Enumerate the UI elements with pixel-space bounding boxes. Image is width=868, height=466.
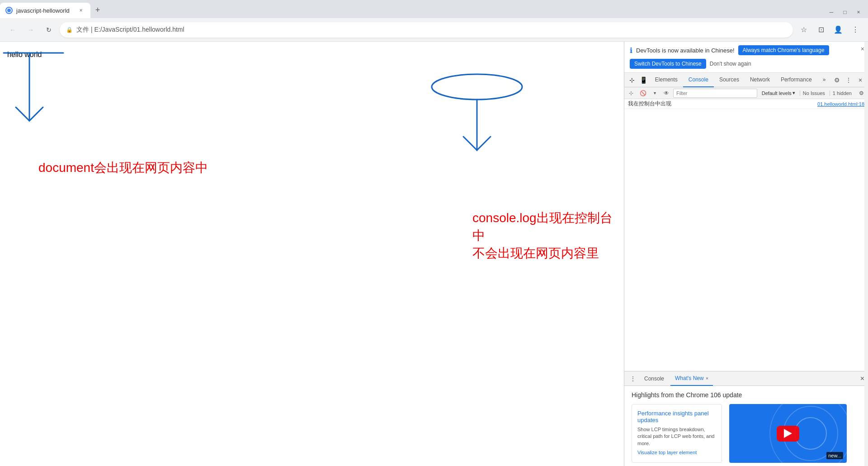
console-log-source[interactable]: 01.helloworld.html:18 (817, 101, 864, 107)
whats-new-tab-close[interactable]: × (706, 376, 708, 381)
bookmark-button[interactable]: ☆ (797, 23, 811, 37)
bottom-content-title: Highlights from the Chrome 106 update (632, 391, 861, 399)
svg-point-10 (795, 418, 826, 449)
bottom-panel: ⋮ Console What's New × × Highlights from… (624, 371, 868, 466)
maximize-button[interactable]: □ (839, 6, 851, 18)
console-clear-btn[interactable]: 🚫 (638, 88, 648, 98)
chrome-menu-button[interactable]: ⋮ (848, 23, 863, 37)
right-scrollbar[interactable] (864, 42, 868, 466)
bottom-card-performance-desc: Show LCP timings breakdown, critical pat… (637, 426, 716, 447)
url-text: 文件 | E:/JavaScript/01.helloworld.html (76, 26, 184, 34)
svg-line-7 (477, 137, 491, 150)
svg-line-6 (463, 137, 477, 150)
svg-line-2 (16, 107, 29, 121)
banner-dont-show-link[interactable]: Don't show again (710, 61, 751, 67)
minimize-button[interactable]: ─ (826, 6, 837, 18)
browser-frame: javascript-helloworld × + ─ □ × ← → ↻ 🔒 … (0, 0, 868, 466)
filter-input[interactable] (673, 89, 757, 98)
window-close-button[interactable]: × (853, 6, 864, 18)
tab-close-button[interactable]: × (77, 6, 85, 14)
console-log-line: 我在控制台中出现 01.helloworld.html:18 (624, 99, 868, 109)
bottom-card-area: Performance insights panel updates Show … (632, 404, 861, 463)
banner-text: DevTools is now available in Chinese! (636, 47, 735, 54)
forward-button[interactable]: → (24, 23, 38, 37)
console-toolbar: ⊹ 🚫 ▾ 👁 Default levels ▾ No Issues 1 hid… (624, 87, 868, 99)
tab-bar: javascript-helloworld × + ─ □ × (0, 0, 868, 18)
tab-favicon (5, 7, 13, 14)
active-tab[interactable]: javascript-helloworld × (0, 3, 90, 18)
console-annotation: console.log出现在控制台中 不会出现在网页内容里 (472, 209, 624, 262)
bottom-card-performance-link[interactable]: Visualize top layer element (637, 450, 716, 455)
console-filter-toggle[interactable]: ▾ (650, 88, 660, 98)
no-issues-indicator: No Issues (800, 90, 828, 96)
svg-line-3 (29, 107, 43, 121)
console-annotation-line2: 不会出现在网页内容里 (472, 244, 624, 262)
profile-button[interactable]: 👤 (831, 23, 845, 37)
bottom-panel-tabs: ⋮ Console What's New × × (624, 371, 868, 386)
tab-sources[interactable]: Sources (714, 73, 745, 87)
doc-annotation: document会出现在网页内容中 (38, 159, 208, 176)
banner-match-language-button[interactable]: Always match Chrome's language (738, 45, 829, 55)
devtools-cursor-button[interactable]: ⊹ (626, 74, 638, 86)
console-cursor-btn[interactable]: ⊹ (626, 88, 636, 98)
devtools-settings-button[interactable]: ⚙ (831, 74, 843, 86)
bottom-panel-close[interactable]: × (860, 375, 864, 383)
console-annotation-line1: console.log出现在控制台中 (472, 209, 624, 244)
language-banner: ℹ DevTools is now available in Chinese! … (624, 42, 868, 73)
hidden-count: 1 hidden (830, 90, 854, 96)
tab-network[interactable]: Network (745, 73, 775, 87)
reload-button[interactable]: ↻ (42, 23, 56, 37)
youtube-play-button[interactable] (777, 426, 799, 442)
tab-performance[interactable]: Performance (775, 73, 817, 87)
url-lock-icon: 🔒 (66, 27, 73, 33)
url-bar[interactable]: 🔒 文件 | E:/JavaScript/01.helloworld.html (60, 22, 793, 38)
tab-more-button[interactable]: » (817, 73, 831, 87)
tab-title: javascript-helloworld (16, 7, 70, 14)
console-eye-btn[interactable]: 👁 (661, 88, 671, 98)
back-button[interactable]: ← (5, 23, 20, 37)
tab-console[interactable]: Console (683, 73, 714, 87)
bottom-panel-menu[interactable]: ⋮ (628, 374, 638, 384)
webpage-content: hello world (0, 42, 624, 466)
address-bar: ← → ↻ 🔒 文件 | E:/JavaScript/01.helloworld… (0, 18, 868, 42)
default-levels-dropdown[interactable]: Default levels ▾ (759, 90, 798, 96)
bottom-panel-content: Highlights from the Chrome 106 update Pe… (624, 386, 868, 466)
devtools-mobile-button[interactable]: 📱 (638, 74, 650, 86)
banner-switch-chinese-button[interactable]: Switch DevTools to Chinese (630, 59, 706, 69)
bottom-thumbnail[interactable]: new... (729, 404, 847, 463)
console-log-text: 我在控制台中出现 (628, 100, 671, 108)
hello-world-text: hello world (7, 51, 617, 59)
tab-right-controls: ─ □ × (826, 6, 868, 18)
thumbnail-label: new... (826, 452, 843, 459)
banner-close-button[interactable]: × (861, 45, 864, 52)
address-right-controls: ☆ ⊡ 👤 ⋮ (797, 23, 863, 37)
devtools-more-button[interactable]: ⋮ (843, 74, 854, 86)
tab-elements[interactable]: Elements (650, 73, 683, 87)
devtools-panel: ℹ DevTools is now available in Chinese! … (624, 42, 868, 466)
tab-search-button[interactable]: ⊡ (814, 23, 828, 37)
new-tab-button[interactable]: + (90, 3, 105, 17)
bottom-card-performance-title[interactable]: Performance insights panel updates (637, 410, 716, 423)
main-area: hello world (0, 42, 868, 466)
bottom-tab-whats-new[interactable]: What's New × (670, 371, 713, 386)
svg-point-4 (432, 74, 522, 100)
bottom-card-performance: Performance insights panel updates Show … (632, 404, 722, 463)
devtools-toolbar: ⊹ 📱 Elements Console Sources Network Per… (624, 73, 868, 87)
banner-info-icon: ℹ (630, 46, 632, 55)
bottom-tab-console[interactable]: Console (640, 371, 669, 386)
